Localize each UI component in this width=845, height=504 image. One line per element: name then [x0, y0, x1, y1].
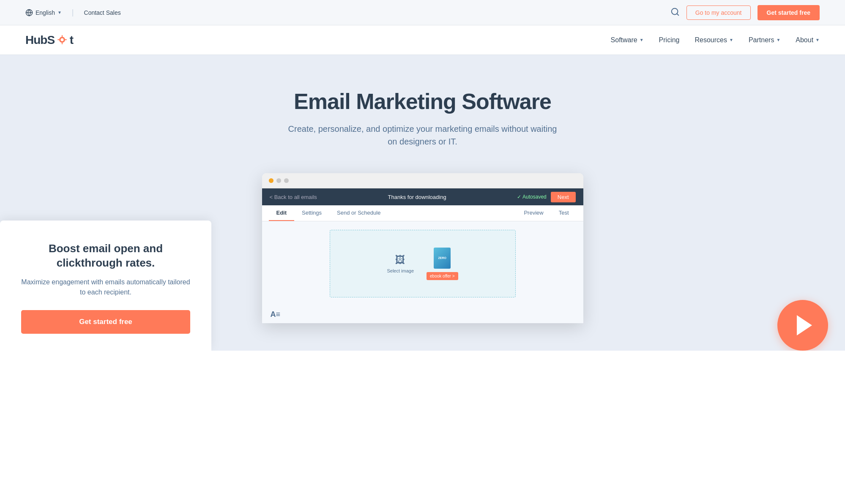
about-chevron-icon: ▼	[815, 38, 820, 42]
topbar: English ▼ | Contact Sales Go to my accou…	[0, 0, 845, 25]
software-chevron-icon: ▼	[640, 38, 644, 42]
email-content-block: 🖼 Select image ebook offer >	[330, 230, 516, 297]
browser-mockup: < Back to all emails Thanks for download…	[262, 173, 583, 323]
language-label: English	[36, 9, 55, 16]
browser-tab-schedule[interactable]: Send or Schedule	[329, 205, 388, 221]
nav-item-partners[interactable]: Partners ▼	[749, 36, 780, 44]
browser-bar: < Back to all emails Thanks for download…	[262, 188, 583, 205]
hero-title: Email Marketing Software	[294, 89, 551, 114]
play-triangle-icon	[797, 315, 812, 335]
browser-tab-preview[interactable]: Preview	[516, 205, 551, 221]
browser-dot-yellow	[276, 178, 281, 183]
logo-hub: Hub	[25, 33, 47, 46]
resources-chevron-icon: ▼	[729, 38, 733, 42]
browser-back-link[interactable]: < Back to all emails	[270, 194, 317, 200]
search-icon[interactable]	[670, 7, 680, 18]
nav-links: Software ▼ Pricing Resources ▼ Partners …	[611, 36, 820, 44]
language-selector[interactable]: English ▼	[25, 9, 62, 16]
logo-ot: t	[70, 33, 73, 46]
nav-resources-label: Resources	[695, 36, 727, 44]
card-cta-button[interactable]: Get started free	[21, 310, 190, 334]
navbar: HubS t Software ▼ Pricing Resources ▼	[0, 25, 845, 55]
browser-tab-test[interactable]: Test	[551, 205, 577, 221]
browser-footer: A≡	[262, 306, 583, 323]
browser-next-button[interactable]: Next	[551, 192, 576, 202]
divider: |	[72, 8, 74, 17]
logo[interactable]: HubS t	[25, 33, 73, 47]
partners-chevron-icon: ▼	[776, 38, 780, 42]
select-image-block: 🖼 Select image	[387, 254, 414, 273]
logo-orange-dot	[55, 33, 70, 46]
nav-item-resources[interactable]: Resources ▼	[695, 36, 733, 44]
topbar-left: English ▼ | Contact Sales	[25, 8, 121, 17]
ae-icon: A≡	[271, 310, 281, 319]
globe-icon	[25, 9, 33, 16]
card-body: Maximize engagement with emails automati…	[21, 277, 190, 297]
svg-line-3	[677, 14, 678, 15]
browser-dot-green	[284, 178, 289, 183]
nav-about-label: About	[796, 36, 813, 44]
browser-dot-red	[269, 178, 273, 183]
svg-rect-9	[65, 39, 67, 40]
browser-tabs: Edit Settings Send or Schedule Preview T…	[262, 205, 583, 221]
nav-item-software[interactable]: Software ▼	[611, 36, 644, 44]
play-button[interactable]	[777, 300, 828, 351]
ebook-badge[interactable]: ebook offer >	[427, 272, 458, 280]
svg-rect-7	[62, 42, 63, 44]
nav-partners-label: Partners	[749, 36, 774, 44]
nav-pricing-label: Pricing	[659, 36, 680, 44]
svg-point-5	[60, 38, 63, 41]
logo-text: HubS t	[25, 33, 73, 47]
browser-body: 🖼 Select image ebook offer >	[262, 221, 583, 306]
get-started-button[interactable]: Get started free	[757, 5, 820, 20]
browser-tab-settings[interactable]: Settings	[294, 205, 329, 221]
browser-autosave: ✓ Autosaved	[517, 194, 546, 200]
nav-item-about[interactable]: About ▼	[796, 36, 820, 44]
nav-software-label: Software	[611, 36, 637, 44]
image-placeholder-icon: 🖼	[395, 254, 405, 266]
contact-sales-link[interactable]: Contact Sales	[84, 9, 121, 16]
account-button[interactable]: Go to my account	[686, 5, 751, 20]
svg-rect-8	[57, 39, 60, 40]
nav-item-pricing[interactable]: Pricing	[659, 36, 680, 44]
topbar-right: Go to my account Get started free	[670, 5, 820, 20]
logo-spot-part1: S	[47, 33, 55, 46]
hero-section: Email Marketing Software Create, persona…	[0, 55, 845, 351]
hero-subtitle: Create, personalize, and optimize your m…	[283, 123, 562, 148]
browser-email-title: Thanks for downloading	[317, 194, 517, 200]
language-chevron-icon: ▼	[57, 10, 62, 15]
browser-tab-edit[interactable]: Edit	[269, 205, 295, 221]
card-headline: Boost email open and clickthrough rates.	[21, 242, 190, 270]
select-image-label: Select image	[387, 268, 414, 273]
hubspot-sprocket-icon	[57, 35, 67, 44]
floating-card: Boost email open and clickthrough rates.…	[0, 221, 211, 351]
ebook-icon	[434, 248, 451, 269]
browser-titlebar	[262, 173, 583, 188]
svg-rect-6	[62, 35, 63, 37]
